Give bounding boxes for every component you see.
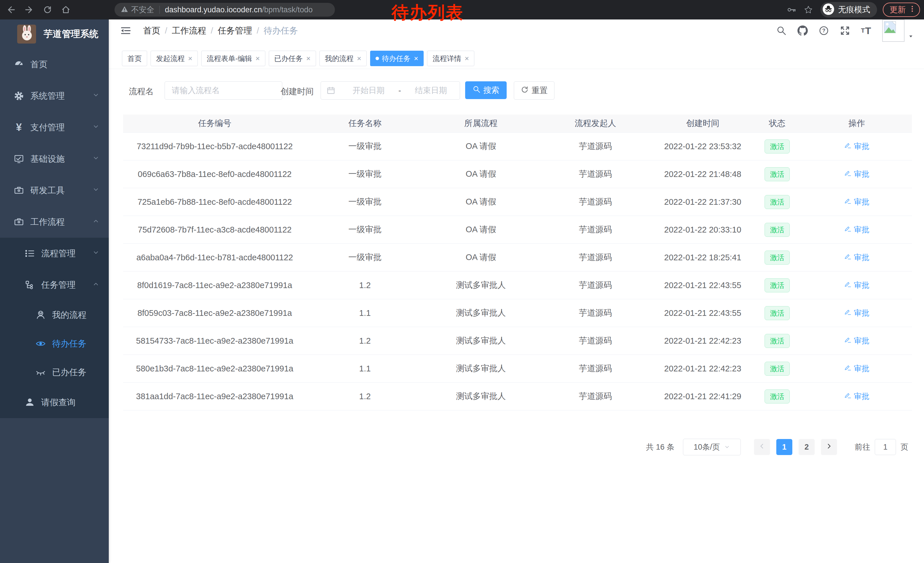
table-row: 8f0d1619-7ac8-11ec-a9e2-a2380e71991a1.2测… xyxy=(123,272,912,299)
help-icon[interactable]: ? xyxy=(819,26,829,36)
avatar-caret-icon[interactable] xyxy=(908,33,914,41)
approve-button[interactable]: 审批 xyxy=(844,169,869,179)
sidebar-item-首页[interactable]: 首页 xyxy=(0,49,109,80)
sidebar-item-任务管理[interactable]: 任务管理 xyxy=(0,269,109,301)
sidebar-item-工作流程[interactable]: 工作流程 xyxy=(0,206,109,238)
approve-button[interactable]: 审批 xyxy=(844,197,869,207)
end-date-placeholder: 结束日期 xyxy=(402,85,460,96)
page-button-1[interactable]: 1 xyxy=(776,439,792,455)
search-button[interactable]: 搜索 xyxy=(465,81,507,99)
sidebar-item-label: 工作流程 xyxy=(30,216,65,228)
sidebar-item-我的流程[interactable]: 我的流程 xyxy=(0,301,109,329)
sidebar-item-已办任务[interactable]: 已办任务 xyxy=(0,358,109,387)
reload-icon[interactable] xyxy=(42,4,53,15)
logo[interactable]: 芋道管理系统 xyxy=(0,20,109,49)
breadcrumb-item[interactable]: 任务管理 xyxy=(218,25,252,37)
cell-task-name: 一级审批 xyxy=(306,252,424,263)
sidebar-item-流程管理[interactable]: 流程管理 xyxy=(0,238,109,269)
next-page-button[interactable] xyxy=(821,439,837,455)
home-icon[interactable] xyxy=(60,4,72,15)
approve-button[interactable]: 审批 xyxy=(844,336,869,346)
cell-task-id: 381aa1dd-7ac8-11ec-a9e2-a2380e71991a xyxy=(123,392,306,401)
toolbox-icon xyxy=(13,217,25,227)
approve-button[interactable]: 审批 xyxy=(844,280,869,290)
close-icon[interactable]: × xyxy=(414,54,418,63)
breadcrumb-item[interactable]: 工作流程 xyxy=(172,25,206,37)
font-size-icon[interactable]: TT xyxy=(861,25,872,36)
approve-button[interactable]: 审批 xyxy=(844,141,869,152)
fullscreen-icon[interactable] xyxy=(840,26,850,36)
github-icon[interactable] xyxy=(798,26,808,36)
search-icon[interactable] xyxy=(776,26,787,36)
approve-button[interactable]: 审批 xyxy=(844,308,869,318)
cell-task-name: 1.1 xyxy=(306,364,424,374)
sidebar-item-研发工具[interactable]: 研发工具 xyxy=(0,175,109,206)
tab-流程详情[interactable]: 流程详情× xyxy=(427,51,474,66)
page-size-select[interactable]: 10条/页 xyxy=(683,439,741,455)
pagination: 共 16 条 10条/页 12 前往 1 页 xyxy=(646,439,908,455)
approve-button[interactable]: 审批 xyxy=(844,252,869,263)
approve-button[interactable]: 审批 xyxy=(844,363,869,374)
app-title: 芋道管理系统 xyxy=(44,28,99,41)
sidebar-item-label: 流程管理 xyxy=(41,248,76,260)
sidebar-item-待办任务[interactable]: 待办任务 xyxy=(0,329,109,358)
cell-task-id: 069c6a63-7b8a-11ec-8ef0-acde48001122 xyxy=(123,170,306,179)
chevron-down-icon xyxy=(92,186,100,195)
sidebar-item-系统管理[interactable]: 系统管理 xyxy=(0,80,109,112)
prev-page-button[interactable] xyxy=(754,439,770,455)
tab-label: 我的流程 xyxy=(325,54,354,63)
sidebar-item-支付管理[interactable]: ¥支付管理 xyxy=(0,112,109,143)
cell-task-id: 8f0d1619-7ac8-11ec-a9e2-a2380e71991a xyxy=(123,281,306,290)
tab-待办任务[interactable]: 待办任务× xyxy=(370,51,424,66)
tab-流程表单-编辑[interactable]: 流程表单-编辑× xyxy=(201,51,266,66)
tree-icon xyxy=(24,280,36,290)
close-icon[interactable]: × xyxy=(357,54,361,63)
cell-process: OA 请假 xyxy=(424,196,538,208)
cell-starter: 芋道源码 xyxy=(538,279,652,291)
column-header: 操作 xyxy=(801,118,912,129)
avatar[interactable] xyxy=(882,20,904,42)
divider xyxy=(159,6,160,14)
sidebar-collapse-icon[interactable] xyxy=(120,25,131,37)
forward-icon[interactable] xyxy=(24,4,35,15)
breadcrumb-item[interactable]: 首页 xyxy=(143,25,160,37)
table-row: 8f059c03-7ac8-11ec-a9e2-a2380e71991a1.1测… xyxy=(123,299,912,327)
sidebar-item-基础设施[interactable]: 基础设施 xyxy=(0,143,109,175)
sidebar-item-请假查询[interactable]: 请假查询 xyxy=(0,387,109,418)
sidebar-item-label: 支付管理 xyxy=(30,122,65,134)
tab-发起流程[interactable]: 发起流程× xyxy=(151,51,198,66)
column-header: 任务名称 xyxy=(306,118,424,129)
tab-已办任务[interactable]: 已办任务× xyxy=(269,51,316,66)
approve-button[interactable]: 审批 xyxy=(844,225,869,235)
active-dot xyxy=(375,57,379,60)
url-domain: dashboard.yudao.iocoder.cn xyxy=(165,6,262,14)
star-icon[interactable] xyxy=(804,5,813,14)
date-range-picker[interactable]: 开始日期 - 结束日期 xyxy=(321,81,460,100)
close-icon[interactable]: × xyxy=(188,54,192,63)
sidebar-item-label: 基础设施 xyxy=(30,153,65,165)
breadcrumb: 首页 / 工作流程 / 任务管理 / 待办任务 xyxy=(143,20,298,42)
close-icon[interactable]: × xyxy=(465,54,469,63)
table-row: 75d72608-7b7f-11ec-a3c8-acde48001122一级审批… xyxy=(123,216,912,244)
update-button[interactable]: 更新 xyxy=(883,3,920,17)
breadcrumb-current: 待办任务 xyxy=(264,25,298,37)
process-name-input[interactable]: 请输入流程名 xyxy=(165,81,282,100)
page-button-2[interactable]: 2 xyxy=(799,439,814,455)
tab-首页[interactable]: 首页 xyxy=(122,51,147,66)
address-bar[interactable]: 不安全 dashboard.yudao.iocoder.cn /bpm/task… xyxy=(114,3,335,17)
back-icon[interactable] xyxy=(5,4,16,15)
key-icon[interactable] xyxy=(787,5,796,14)
close-icon[interactable]: × xyxy=(256,54,260,63)
incognito-icon xyxy=(823,3,834,16)
svg-text:?: ? xyxy=(822,28,825,33)
kebab-menu-icon[interactable] xyxy=(906,5,916,15)
toolbox-icon xyxy=(13,186,25,195)
approve-button[interactable]: 审批 xyxy=(844,391,869,401)
close-icon[interactable]: × xyxy=(306,54,310,63)
sidebar-item-label: 我的流程 xyxy=(52,309,87,321)
incognito-label: 无痕模式 xyxy=(838,4,870,15)
reset-button[interactable]: 重置 xyxy=(514,81,555,100)
goto-page-input[interactable]: 1 xyxy=(875,439,896,455)
cell-process: 测试多审批人 xyxy=(424,279,538,291)
tab-我的流程[interactable]: 我的流程× xyxy=(320,51,367,66)
